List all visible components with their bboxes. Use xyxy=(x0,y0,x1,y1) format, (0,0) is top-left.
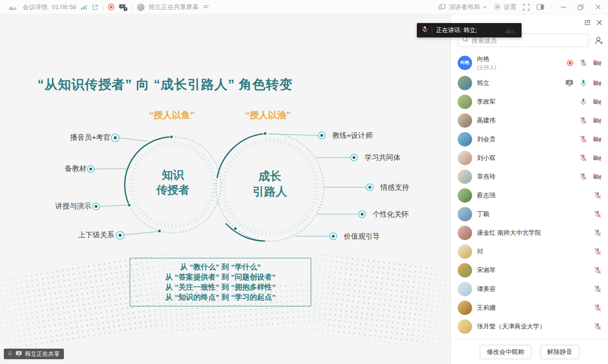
mic-muted-icon xyxy=(422,26,428,35)
cam-off-icon xyxy=(593,117,601,124)
mic-muted-icon xyxy=(580,59,587,67)
participant-status-icons xyxy=(580,135,601,143)
mic-muted-icon xyxy=(580,117,587,124)
participant-avatar xyxy=(458,95,472,109)
participant-row[interactable]: 丁颖 xyxy=(451,205,608,223)
close-window-button[interactable] xyxy=(593,2,603,12)
participant-row[interactable]: 张月莹（天津商业大学） xyxy=(451,317,608,336)
side-panel-toggle-icon[interactable] xyxy=(536,4,544,10)
participant-avatar xyxy=(458,263,472,278)
participant-name: 李政军 xyxy=(477,97,496,106)
fullscreen-icon[interactable] xyxy=(523,4,530,11)
participant-row[interactable]: 李政军 xyxy=(451,92,608,111)
participant-row[interactable]: 刘小双 xyxy=(451,148,608,167)
cam-off-icon xyxy=(593,80,601,86)
network-signal-icon[interactable] xyxy=(81,4,87,10)
participant-avatar xyxy=(458,244,472,259)
screen-share-icon xyxy=(15,351,22,358)
change-nickname-button[interactable]: 修改会中昵称 xyxy=(480,345,532,359)
mic-muted-icon xyxy=(594,229,601,237)
restore-button[interactable] xyxy=(575,2,586,12)
search-input[interactable] xyxy=(472,37,584,44)
participant-avatar xyxy=(458,301,472,315)
minimize-button[interactable] xyxy=(558,2,569,12)
mic-muted-icon xyxy=(594,267,601,274)
participant-avatar: 向艳 xyxy=(458,56,472,70)
mic-muted-icon xyxy=(580,154,587,162)
participant-avatar xyxy=(458,207,472,221)
participants-list[interactable]: 向艳 向艳 (主持人) 韩立 李政军 高建伟 刘会贵 xyxy=(451,51,608,339)
participant-name: 康金红 南师大中北学院 xyxy=(477,229,541,237)
more-lines-icon[interactable] xyxy=(203,5,209,10)
participant-name: 刘小双 xyxy=(477,154,496,162)
participant-name: 高建伟 xyxy=(477,116,496,125)
participant-status-icons xyxy=(580,173,601,181)
screen-share-icon xyxy=(565,79,573,86)
participant-name: 丁颖 xyxy=(477,210,489,218)
spoke-label-right: 学习共同体 xyxy=(365,153,401,162)
speaking-toast-text: 正在讲话: 韩立; xyxy=(436,26,477,35)
participant-status-icons xyxy=(580,154,601,162)
decorative-dots xyxy=(293,250,450,351)
popout-window-icon[interactable] xyxy=(92,4,98,11)
gear-icon[interactable] xyxy=(494,3,501,11)
shared-screen-stage: “从知识传授者” 向 “成长引路人” 角色转变 “授人以鱼” “授人以渔” xyxy=(0,14,450,364)
settings-button[interactable]: 设置 xyxy=(504,3,516,12)
mic-muted-icon xyxy=(594,210,601,218)
chevron-down-icon[interactable] xyxy=(483,6,487,9)
participant-avatar xyxy=(458,76,472,90)
participant-row[interactable]: 蔡志强 xyxy=(451,186,608,205)
participant-name: 谭美容 xyxy=(477,285,496,293)
mic-muted-icon xyxy=(594,323,601,330)
spoke-label-left: 讲授与演示 xyxy=(41,202,91,211)
participant-row[interactable]: 邱 xyxy=(451,242,608,261)
participant-status-icons xyxy=(594,304,601,312)
participant-status-icons xyxy=(594,323,601,330)
participant-row[interactable]: 康金红 南师大中北学院 xyxy=(451,223,608,242)
interpretation-icon[interactable]: T xyxy=(119,3,128,11)
participant-name: 韩立 xyxy=(477,79,489,87)
participant-status-icons xyxy=(594,248,601,255)
tag-teach-fishing: “授人以渔” xyxy=(234,109,302,121)
cam-off-icon xyxy=(593,155,601,161)
close-panel-icon[interactable] xyxy=(596,20,602,25)
unmute-button[interactable]: 解除静音 xyxy=(540,345,580,359)
sharer-avatar xyxy=(137,3,145,11)
participant-row[interactable]: 向艳 向艳 (主持人) xyxy=(451,52,608,73)
recording-icon xyxy=(567,60,573,66)
speaking-toast: 正在讲话: 韩立; xyxy=(417,23,522,37)
layout-icon[interactable] xyxy=(438,4,446,10)
popout-panel-icon[interactable] xyxy=(584,19,591,26)
mic-on-icon xyxy=(580,79,587,87)
participant-name: 刘会贵 xyxy=(477,135,496,144)
participant-row[interactable]: 王莉姗 xyxy=(451,298,608,317)
meeting-details-button[interactable]: 会议详情 xyxy=(23,3,48,12)
participant-row[interactable]: 刘会贵 xyxy=(451,130,608,148)
participant-row[interactable]: 章燕玲 xyxy=(451,167,608,186)
meeting-app-window: 会议详情 01:06:58 T 韩立正在共享屏幕 xyxy=(0,0,608,364)
participant-name: 张月莹（天津商业大学） xyxy=(477,322,546,331)
participant-avatar xyxy=(458,282,472,296)
mic-muted-icon xyxy=(594,304,601,312)
participant-row[interactable]: 宋湘琴 xyxy=(451,261,608,279)
slide-title: “从知识传授者” 向 “成长引路人” 角色转变 xyxy=(37,76,293,93)
app-logo-icon xyxy=(8,3,18,11)
mic-on-icon xyxy=(7,350,12,358)
participant-name: 向艳 xyxy=(477,55,496,63)
layout-selector[interactable]: 演讲者布局 xyxy=(449,3,480,12)
spoke-label-left: 备教材 xyxy=(46,164,86,173)
mic-muted-icon xyxy=(594,248,601,255)
svg-text:T: T xyxy=(124,7,126,10)
participant-name: 宋湘琴 xyxy=(477,266,496,275)
circle-knowledge-transmitter: 知识传授者 xyxy=(143,168,203,197)
participant-status-icons xyxy=(594,285,601,293)
meeting-timer: 01:06:58 xyxy=(52,3,76,11)
participant-row[interactable]: 高建伟 xyxy=(451,111,608,130)
participant-row[interactable]: 韩立 xyxy=(451,73,608,92)
add-person-icon[interactable] xyxy=(593,34,605,47)
recording-indicator-icon[interactable] xyxy=(108,3,115,11)
titlebar: 会议详情 01:06:58 T 韩立正在共享屏幕 xyxy=(0,0,608,14)
participant-status-icons xyxy=(594,192,601,199)
participant-row[interactable]: 谭美容 xyxy=(451,279,608,298)
participant-status-icons xyxy=(594,229,601,237)
